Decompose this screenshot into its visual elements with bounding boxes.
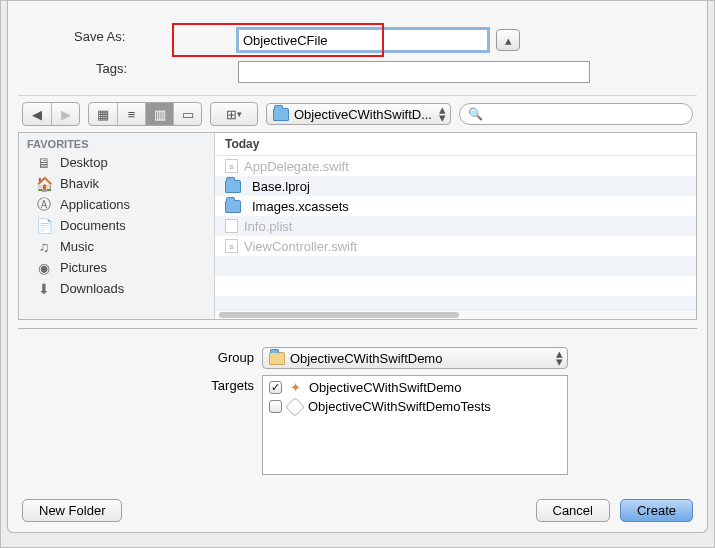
path-dropdown[interactable]: ObjectiveCWithSwiftD... ▴▾ (266, 103, 451, 125)
file-name: Images.xcassets (252, 199, 349, 214)
group-dropdown-label: ObjectiveCWithSwiftDemo (290, 351, 442, 366)
targets-list: ✓✦ObjectiveCWithSwiftDemoObjectiveCWithS… (262, 375, 568, 475)
sidebar-item-home[interactable]: 🏠Bhavik (19, 173, 214, 194)
save-as-label: Save As: (74, 29, 133, 44)
file-item-empty (215, 296, 696, 309)
list-view-button[interactable]: ≡ (117, 103, 145, 125)
file-name: Base.lproj (252, 179, 310, 194)
search-icon: 🔍 (468, 107, 483, 121)
checkbox[interactable]: ✓ (269, 381, 282, 394)
icon-view-button[interactable]: ▦ (89, 103, 117, 125)
file-name: ViewController.swift (244, 239, 357, 254)
docs-icon: 📄 (35, 218, 53, 233)
target-name: ObjectiveCWithSwiftDemo (309, 380, 461, 395)
view-mode-segment: ▦ ≡ ▥ ▭ (88, 102, 202, 126)
sidebar-item-pictures[interactable]: ◉Pictures (19, 257, 214, 278)
tags-input[interactable] (238, 61, 590, 83)
save-as-input[interactable] (238, 29, 488, 51)
arrange-button[interactable]: ⊞ ▾ (211, 103, 257, 125)
sidebar-item-label: Bhavik (60, 176, 99, 191)
target-name: ObjectiveCWithSwiftDemoTests (308, 399, 491, 414)
file-browser: FAVORITES 🖥Desktop🏠BhavikⒶApplications📄D… (18, 133, 697, 320)
file-item[interactable]: Images.xcassets (215, 196, 696, 216)
save-sheet: Save As: ▴ Tags: ◀ ▶ ▦ ≡ ▥ ▭ ⊞ ▾ Objecti… (7, 1, 708, 533)
sidebar-header-favorites: FAVORITES (19, 133, 214, 152)
desktop-icon: 🖥 (35, 155, 53, 170)
app-target-icon: ✦ (288, 380, 303, 395)
target-row[interactable]: ObjectiveCWithSwiftDemoTests (265, 397, 565, 416)
file-name: Info.plist (244, 219, 292, 234)
sidebar-item-desktop[interactable]: 🖥Desktop (19, 152, 214, 173)
chevron-left-icon: ◀ (32, 107, 42, 122)
file-item-empty (215, 256, 696, 276)
folder-icon (225, 180, 241, 193)
chevron-up-icon: ▴ (505, 33, 512, 48)
group-dropdown[interactable]: ObjectiveCWithSwiftDemo ▴▾ (262, 347, 568, 369)
sidebar-item-downloads[interactable]: ⬇Downloads (19, 278, 214, 299)
cancel-button[interactable]: Cancel (536, 499, 610, 522)
folder-icon (273, 108, 289, 121)
sidebar-item-label: Desktop (60, 155, 108, 170)
targets-label: Targets (18, 375, 262, 393)
file-list: sAppDelegate.swiftBase.lprojImages.xcass… (215, 156, 696, 309)
downloads-icon: ⬇ (35, 281, 53, 296)
search-field[interactable]: 🔍 (459, 103, 693, 125)
coverflow-icon: ▭ (182, 107, 194, 122)
sidebar-item-label: Pictures (60, 260, 107, 275)
create-button[interactable]: Create (620, 499, 693, 522)
grid-icon: ▦ (97, 107, 109, 122)
file-item[interactable]: Info.plist (215, 216, 696, 236)
file-name: AppDelegate.swift (244, 159, 349, 174)
chevron-down-icon: ▾ (237, 109, 242, 119)
column-view-button[interactable]: ▥ (145, 103, 173, 125)
swift-file-icon: s (225, 239, 238, 253)
checkbox[interactable] (269, 400, 282, 413)
sidebar-item-apps[interactable]: ⒶApplications (19, 194, 214, 215)
sidebar-item-label: Documents (60, 218, 126, 233)
pictures-icon: ◉ (35, 260, 53, 275)
sidebar-item-docs[interactable]: 📄Documents (19, 215, 214, 236)
back-button[interactable]: ◀ (23, 103, 51, 125)
tags-label: Tags: (96, 61, 135, 76)
group-label: Group (18, 347, 262, 365)
folder-icon (269, 352, 285, 365)
grid-sm-icon: ⊞ (226, 107, 237, 122)
file-icon (225, 219, 238, 233)
columns-icon: ▥ (154, 107, 166, 122)
new-folder-button[interactable]: New Folder (22, 499, 122, 522)
folder-icon (225, 200, 241, 213)
sidebar-item-label: Applications (60, 197, 130, 212)
sidebar-item-label: Downloads (60, 281, 124, 296)
content-header: Today (215, 133, 696, 156)
home-icon: 🏠 (35, 176, 53, 191)
coverflow-view-button[interactable]: ▭ (173, 103, 201, 125)
target-row[interactable]: ✓✦ObjectiveCWithSwiftDemo (265, 378, 565, 397)
nav-back-forward: ◀ ▶ (22, 102, 80, 126)
chevron-right-icon: ▶ (61, 107, 71, 122)
arrange-segment: ⊞ ▾ (210, 102, 258, 126)
swift-file-icon: s (225, 159, 238, 173)
horizontal-scrollbar[interactable] (215, 309, 696, 319)
list-icon: ≡ (128, 107, 136, 122)
file-list-pane: Today sAppDelegate.swiftBase.lprojImages… (215, 133, 696, 319)
test-target-icon (285, 397, 305, 417)
apps-icon: Ⓐ (35, 197, 53, 212)
music-icon: ♫ (35, 239, 53, 254)
expand-toggle-button[interactable]: ▴ (496, 29, 520, 51)
sidebar-item-label: Music (60, 239, 94, 254)
path-dropdown-label: ObjectiveCWithSwiftD... (294, 107, 432, 122)
file-item[interactable]: sViewController.swift (215, 236, 696, 256)
file-item-empty (215, 276, 696, 296)
browser-toolbar: ◀ ▶ ▦ ≡ ▥ ▭ ⊞ ▾ ObjectiveCWithSwiftD... … (18, 95, 697, 133)
file-item[interactable]: sAppDelegate.swift (215, 156, 696, 176)
forward-button[interactable]: ▶ (51, 103, 79, 125)
sidebar-item-music[interactable]: ♫Music (19, 236, 214, 257)
sidebar: FAVORITES 🖥Desktop🏠BhavikⒶApplications📄D… (19, 133, 215, 319)
file-item[interactable]: Base.lproj (215, 176, 696, 196)
footer: New Folder Cancel Create (8, 489, 707, 534)
